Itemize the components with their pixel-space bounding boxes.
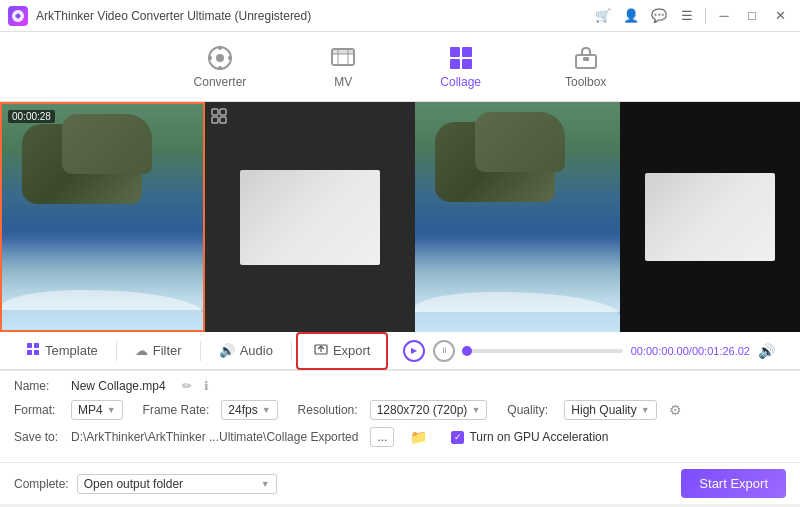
preview-panel: [415, 102, 800, 332]
audio-icon: 🔊: [219, 343, 235, 358]
current-time: 00:00:00.00: [631, 345, 689, 357]
quality-select[interactable]: High Quality ▼: [564, 400, 656, 420]
gpu-label: Turn on GPU Acceleration: [469, 430, 608, 444]
gpu-checkbox-container[interactable]: ✓ Turn on GPU Acceleration: [451, 430, 608, 444]
svg-rect-15: [462, 59, 472, 69]
export-tab[interactable]: Export: [296, 332, 389, 370]
svg-rect-24: [27, 350, 32, 355]
complete-arrow: ▼: [261, 479, 270, 489]
template-label: Template: [45, 343, 98, 358]
tab-mv-label: MV: [334, 75, 352, 89]
editor-panel: 00:00:28: [0, 102, 415, 332]
gpu-checkbox[interactable]: ✓: [451, 431, 464, 444]
app-title: ArkThinker Video Converter Ultimate (Unr…: [36, 9, 311, 23]
maximize-button[interactable]: □: [740, 4, 764, 28]
format-select[interactable]: MP4 ▼: [71, 400, 123, 420]
saveto-label: Save to:: [14, 430, 59, 444]
svg-rect-18: [212, 109, 218, 115]
tab-mv[interactable]: MV: [318, 37, 368, 97]
audio-tab[interactable]: 🔊 Audio: [203, 332, 289, 370]
preview-thumbnail: [645, 173, 775, 261]
framerate-select[interactable]: 24fps ▼: [221, 400, 277, 420]
play-button[interactable]: ▶: [403, 340, 425, 362]
format-value: MP4: [78, 403, 103, 417]
svg-rect-16: [576, 55, 596, 68]
playback-section: ▶ ⏸ 00:00:00.00/00:01:26.02 🔊: [388, 340, 790, 362]
minimize-button[interactable]: ─: [712, 4, 736, 28]
svg-point-3: [218, 46, 222, 50]
resolution-label: Resolution:: [298, 403, 358, 417]
gear-icon[interactable]: ⚙: [669, 402, 682, 418]
settings-panel: Name: New Collage.mp4 ✏ ℹ Format: MP4 ▼ …: [0, 370, 800, 462]
close-button[interactable]: ✕: [768, 4, 792, 28]
svg-rect-23: [34, 343, 39, 348]
total-time: 00:01:26.02: [692, 345, 750, 357]
quality-arrow: ▼: [641, 405, 650, 415]
pause-button[interactable]: ⏸: [433, 340, 455, 362]
svg-rect-17: [583, 57, 589, 61]
framerate-label: Frame Rate:: [143, 403, 210, 417]
main-content: 00:00:28: [0, 102, 800, 332]
app-logo: [8, 6, 28, 26]
quality-label: Quality:: [507, 403, 552, 417]
bottom-bar: Complete: Open output folder ▼ Start Exp…: [0, 462, 800, 504]
cart-button[interactable]: 🛒: [591, 4, 615, 28]
progress-dot: [462, 346, 472, 356]
complete-label: Complete:: [14, 477, 69, 491]
preview-video-right: [620, 102, 800, 332]
collage-icon: [448, 45, 474, 71]
export-label: Export: [333, 343, 371, 358]
complete-value: Open output folder: [84, 477, 183, 491]
name-edit-icon[interactable]: ✏: [182, 379, 192, 393]
svg-rect-21: [220, 117, 226, 123]
converter-icon: [207, 45, 233, 71]
start-export-button[interactable]: Start Export: [681, 469, 786, 498]
volume-icon[interactable]: 🔊: [758, 343, 775, 359]
time-display: 00:00:00.00/00:01:26.02: [631, 345, 750, 357]
svg-rect-19: [220, 109, 226, 115]
video-thumbnail-left: [240, 170, 380, 265]
menu-button[interactable]: ☰: [675, 4, 699, 28]
tools-bar: Template ☁ Filter 🔊 Audio Export ▶ ⏸ 00:…: [0, 332, 800, 370]
tab-toolbox-label: Toolbox: [565, 75, 606, 89]
complete-row: Complete: Open output folder ▼: [14, 474, 277, 494]
tool-sep-1: [116, 341, 117, 361]
title-bar-left: ArkThinker Video Converter Ultimate (Unr…: [8, 6, 311, 26]
tab-collage[interactable]: Collage: [428, 37, 493, 97]
mv-icon: [330, 45, 356, 71]
template-icon: [26, 342, 40, 359]
tab-converter[interactable]: Converter: [182, 37, 259, 97]
preview-cliff-2: [475, 112, 565, 172]
complete-select[interactable]: Open output folder ▼: [77, 474, 277, 494]
svg-rect-13: [462, 47, 472, 57]
toolbox-icon: [573, 45, 599, 71]
progress-bar[interactable]: [463, 349, 622, 353]
svg-point-6: [228, 56, 232, 60]
folder-icon[interactable]: 📁: [410, 429, 427, 445]
svg-rect-20: [212, 117, 218, 123]
browse-button[interactable]: ...: [370, 427, 394, 447]
resolution-value: 1280x720 (720p): [377, 403, 468, 417]
name-info-icon[interactable]: ℹ: [204, 379, 209, 393]
filter-tab[interactable]: ☁ Filter: [119, 332, 198, 370]
video-cell-left[interactable]: 00:00:28: [0, 102, 205, 332]
title-bar: ArkThinker Video Converter Ultimate (Unr…: [0, 0, 800, 32]
quality-value: High Quality: [571, 403, 636, 417]
framerate-arrow: ▼: [262, 405, 271, 415]
name-value: New Collage.mp4: [71, 379, 166, 393]
title-separator: [705, 8, 706, 24]
template-tab[interactable]: Template: [10, 332, 114, 370]
settings-row-name: Name: New Collage.mp4 ✏ ℹ: [14, 379, 786, 393]
resolution-arrow: ▼: [471, 405, 480, 415]
video-cell-right[interactable]: [205, 102, 415, 332]
chat-button[interactable]: 💬: [647, 4, 671, 28]
name-label: Name:: [14, 379, 59, 393]
grid-icon: [211, 108, 227, 127]
resolution-select[interactable]: 1280x720 (720p) ▼: [370, 400, 488, 420]
ocean-background: [2, 104, 203, 330]
tab-toolbox[interactable]: Toolbox: [553, 37, 618, 97]
preview-video-left: [415, 102, 620, 332]
tab-converter-label: Converter: [194, 75, 247, 89]
settings-row-save: Save to: D:\ArkThinker\ArkThinker ...Ult…: [14, 427, 786, 447]
user-button[interactable]: 👤: [619, 4, 643, 28]
